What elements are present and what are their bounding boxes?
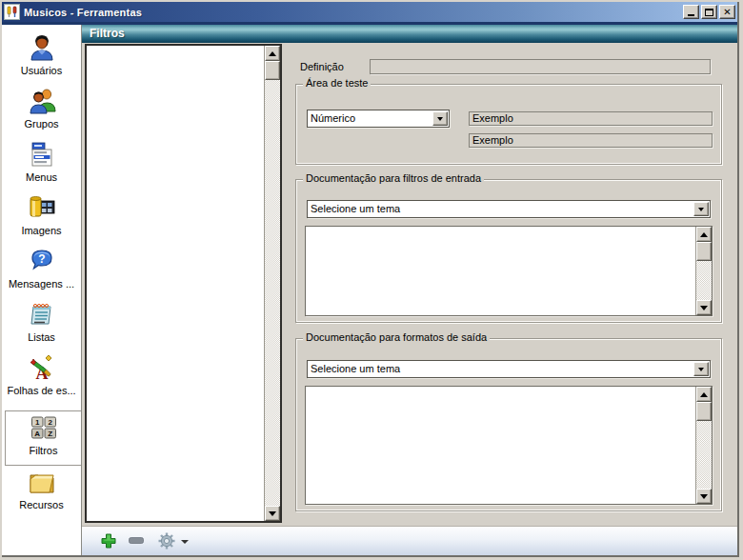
minus-icon <box>130 538 144 544</box>
dropdown-button[interactable] <box>693 202 709 216</box>
tools-icon <box>4 4 20 20</box>
sidebar-item-label: Recursos <box>19 498 63 511</box>
sidebar-item-label: Mensagens ... <box>9 277 74 290</box>
definition-label: Definição <box>300 61 344 72</box>
output-docs-scrollbar[interactable] <box>695 387 712 504</box>
sidebar-item-label: Imagens <box>21 224 61 237</box>
dropdown-button[interactable] <box>693 362 709 376</box>
sidebar-item-label: Listas <box>28 330 55 344</box>
scroll-down-button[interactable] <box>696 489 712 504</box>
add-button[interactable] <box>100 532 117 550</box>
output-docs-textarea[interactable] <box>305 386 713 505</box>
sidebar-item-folhas[interactable]: A Folhas de es... <box>2 351 81 405</box>
minimize-icon <box>688 14 694 16</box>
close-icon: ✕ <box>723 8 731 17</box>
input-docs-legend: Documentação para filtros de entrada <box>303 172 484 184</box>
scroll-up-button[interactable] <box>696 227 712 242</box>
close-button[interactable]: ✕ <box>719 5 735 19</box>
test-area-legend: Área de teste <box>303 77 371 89</box>
output-docs-topic-select[interactable]: Selecione um tema <box>307 360 711 378</box>
stylesheet-icon: A <box>27 352 57 383</box>
content-panel: Definição Área de teste Númerico Exemplo… <box>82 43 737 526</box>
notepad-icon <box>27 299 57 330</box>
maximize-button[interactable] <box>701 5 717 19</box>
sidebar-item-label: Grupos <box>24 117 58 130</box>
dropdown-button[interactable] <box>432 111 448 126</box>
arrow-up-icon <box>269 51 276 56</box>
message-icon: ? <box>27 246 57 276</box>
sidebar-item-label: Usuários <box>21 64 62 77</box>
maximize-icon <box>705 9 713 16</box>
svg-text:A: A <box>34 430 40 438</box>
output-docs-topic-value: Selecione um tema <box>311 362 693 376</box>
sidebar-item-recursos[interactable]: Recursos <box>2 466 81 519</box>
list-toolbar <box>82 526 737 555</box>
filter-type-select[interactable]: Númerico <box>307 110 450 128</box>
arrow-down-icon <box>269 511 276 516</box>
sidebar-item-usuarios[interactable]: Usuários <box>2 31 81 85</box>
svg-text:1: 1 <box>34 418 39 427</box>
filter-type-value: Númerico <box>311 111 432 126</box>
gear-icon <box>159 533 175 550</box>
arrow-up-icon <box>700 232 708 237</box>
film-icon <box>27 192 57 223</box>
chevron-down-icon <box>698 208 704 211</box>
arrow-down-icon <box>700 494 708 499</box>
scrollbar-thumb[interactable] <box>265 61 280 80</box>
scroll-up-button[interactable] <box>265 46 280 61</box>
filter-list[interactable] <box>85 44 282 523</box>
arrow-up-icon <box>700 392 708 397</box>
sidebar-item-label: Folhas de es... <box>7 384 75 397</box>
menu-icon <box>27 139 57 170</box>
sidebar: Usuários Grupos <box>2 25 82 555</box>
svg-text:Z: Z <box>48 430 52 438</box>
sidebar-item-imagens[interactable]: Imagens <box>2 191 81 245</box>
scrollbar-thumb[interactable] <box>696 242 712 261</box>
sidebar-item-grupos[interactable]: Grupos <box>2 85 81 138</box>
settings-dropdown-caret[interactable] <box>181 540 189 544</box>
sidebar-item-mensagens[interactable]: ? Mensagens ... <box>2 245 81 298</box>
svg-text:2: 2 <box>48 418 52 427</box>
input-docs-topic-value: Selecione um tema <box>311 202 693 216</box>
group-icon <box>27 86 57 116</box>
chevron-down-icon <box>437 117 443 121</box>
svg-text:?: ? <box>38 252 45 266</box>
sidebar-item-label: Menus <box>26 170 57 184</box>
scroll-down-button[interactable] <box>265 506 280 521</box>
example-field-1[interactable]: Exemplo <box>469 111 713 126</box>
input-docs-textarea[interactable] <box>305 226 713 316</box>
scrollbar-thumb[interactable] <box>696 402 712 421</box>
sidebar-item-label: Filtros <box>30 444 58 457</box>
example-field-2[interactable]: Exemplo <box>469 133 713 148</box>
chevron-down-icon <box>698 368 704 371</box>
folder-icon <box>27 467 57 497</box>
scroll-down-button[interactable] <box>696 300 712 315</box>
output-docs-legend: Documentação para formatos de saída <box>303 331 490 343</box>
definition-field[interactable] <box>370 59 711 74</box>
arrow-down-icon <box>700 306 708 310</box>
input-docs-topic-select[interactable]: Selecione um tema <box>307 200 711 218</box>
filter-list-scrollbar[interactable] <box>264 46 280 521</box>
input-docs-scrollbar[interactable] <box>695 227 712 315</box>
user-icon <box>27 32 57 63</box>
sidebar-item-listas[interactable]: Listas <box>2 298 81 351</box>
sidebar-item-menus[interactable]: Menus <box>2 138 81 191</box>
remove-button[interactable] <box>129 537 144 544</box>
settings-button[interactable] <box>157 531 176 550</box>
sidebar-item-filtros[interactable]: 12 AZ Filtros <box>5 410 81 466</box>
scroll-up-button[interactable] <box>696 387 712 402</box>
page-title: Filtros <box>82 25 737 43</box>
title-bar: Musicos - Ferramentas ✕ <box>2 2 737 22</box>
filter-keys-icon: 12 AZ <box>29 412 59 443</box>
minimize-button[interactable] <box>683 5 699 19</box>
app-window: Musicos - Ferramentas ✕ Usuários <box>2 2 739 557</box>
window-title: Musicos - Ferramentas <box>24 7 683 18</box>
